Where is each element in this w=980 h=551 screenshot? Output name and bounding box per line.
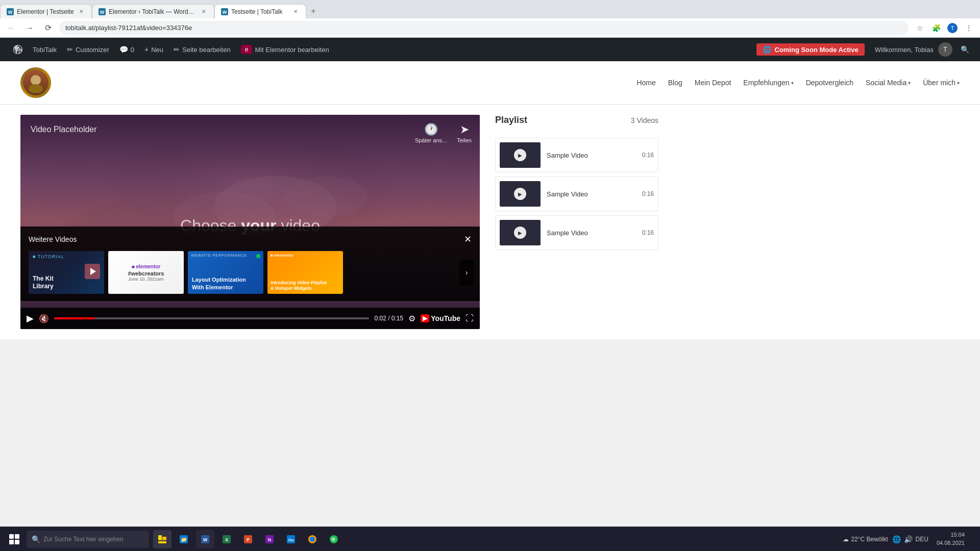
tab-1-close[interactable]: ✕ [77, 8, 85, 16]
tab-1[interactable]: W Elementor | Testseite ✕ [0, 4, 92, 18]
sv2-text: ■ elementor #webcreators June 10, 2021am [126, 262, 166, 284]
logo-image [23, 70, 48, 95]
coming-soon-badge[interactable]: 🌐 Coming Soon Mode Active [756, 43, 864, 56]
suggested-video-4[interactable]: ■ elementor Introducing Video Playlist& … [267, 251, 343, 294]
wp-new[interactable]: + Neu [139, 38, 168, 61]
wp-elementor-edit[interactable]: e Mit Elementor bearbeiten [236, 38, 334, 61]
show-desktop-button[interactable] [973, 529, 976, 549]
wp-logo-item[interactable] [8, 38, 28, 61]
playlist-title-1: Sample Video [547, 152, 588, 159]
nav-ueber-mich[interactable]: Über mich ▾ [923, 77, 960, 89]
site-logo[interactable] [20, 67, 51, 98]
sv1-title: The KitLibrary [33, 275, 54, 291]
new-tab-button[interactable]: + [306, 4, 321, 18]
taskbar-explorer-icon[interactable]: 📁 [175, 530, 193, 548]
wp-admin-bar: TobiTalk ✏ Customizer 💬 0 + Neu ✏ Seite … [0, 38, 980, 61]
fullscreen-button[interactable]: ⛶ [465, 314, 474, 323]
svg-rect-21 [158, 535, 162, 540]
playlist-play-1: ▶ [514, 149, 526, 161]
suggested-close-button[interactable]: ✕ [464, 234, 472, 245]
watch-later-icon: 🕐 [424, 123, 438, 136]
play-button[interactable]: ▶ [27, 313, 34, 324]
nav-empfehlungen[interactable]: Empfehlungen ▾ [743, 77, 793, 89]
tab-3[interactable]: W Testseite | TobiTalk ✕ [214, 4, 306, 18]
svg-text:X: X [225, 537, 228, 542]
elementor-icon: e [241, 45, 253, 54]
share-label: Teilen [457, 137, 472, 143]
clock-date: 04.08.2021 [937, 539, 965, 547]
sv3-live-badge [256, 254, 260, 258]
taskbar-firefox-icon[interactable] [303, 530, 322, 548]
tab-1-favicon: W [7, 8, 14, 15]
back-button[interactable]: ← [4, 21, 18, 35]
wp-search-button[interactable]: 🔍 [958, 42, 972, 57]
taskbar-word-icon[interactable]: W [196, 530, 214, 548]
settings-icon[interactable]: ⋮ [962, 21, 976, 35]
playlist-item-2[interactable]: ▶ Sample Video 0:16 [495, 177, 658, 211]
taskbar-search-bar[interactable]: 🔍 Zur Suche Text hier eingeben [27, 531, 149, 548]
refresh-button[interactable]: ⟳ [41, 21, 55, 35]
nav-blog[interactable]: Blog [668, 77, 682, 89]
taskbar-pinned-apps: 📁 W X P N Ou [153, 530, 343, 548]
playlist-item-1[interactable]: ▶ Sample Video 0:16 [495, 138, 658, 172]
mute-button[interactable]: 🔇 [39, 314, 49, 323]
empfehlungen-dropdown-arrow: ▾ [791, 80, 794, 86]
wp-edit-page[interactable]: ✏ Seite bearbeiten [168, 38, 236, 61]
taskbar-onenote-icon[interactable]: N [260, 530, 279, 548]
coming-soon-text: Coming Soon Mode Active [774, 46, 858, 54]
profile-icon[interactable]: T [945, 21, 960, 35]
tab-2[interactable]: W Elementor ‹ TobiTalk — WordPre... ✕ [92, 4, 214, 18]
volume-icon[interactable]: 🔊 [904, 535, 913, 543]
wp-site-name[interactable]: TobiTalk [28, 38, 62, 61]
nav-home[interactable]: Home [636, 77, 655, 89]
taskbar-files-icon[interactable] [153, 530, 172, 548]
share-button[interactable]: ➤ Teilen [457, 123, 472, 143]
svg-text:📁: 📁 [181, 536, 187, 543]
taskbar-excel-icon[interactable]: X [217, 530, 236, 548]
playlist-item-3[interactable]: ▶ Sample Video 0:16 [495, 215, 658, 250]
taskbar-powerpoint-icon[interactable]: P [239, 530, 257, 548]
video-player[interactable]: Video Placeholder 🕐 Später ans... ➤ Teil… [20, 115, 480, 329]
taskbar-spotify-icon[interactable] [325, 530, 343, 548]
svg-rect-20 [158, 541, 166, 543]
taskbar-clock[interactable]: 15:04 04.08.2021 [933, 531, 969, 547]
nav-social-media[interactable]: Social Media ▾ [866, 77, 911, 89]
time-display: 0:02 / 0:15 [374, 315, 403, 322]
wp-comments[interactable]: 💬 0 [114, 38, 139, 61]
taskbar-outlook-icon[interactable]: Ou [282, 530, 300, 548]
nav-depot[interactable]: Mein Depot [695, 77, 731, 89]
tab-3-title: Testseite | TobiTalk [231, 8, 288, 15]
forward-button[interactable]: → [22, 21, 37, 35]
watch-later-button[interactable]: 🕐 Später ans... [415, 123, 447, 143]
youtube-label: YouTube [431, 314, 460, 322]
address-bar: ← → ⟳ tobitalk.at/playlist-79121af&video… [0, 18, 980, 38]
suggested-video-3[interactable]: WEBSITE PERFORMANCE Layout OptimizationW… [188, 251, 263, 294]
tab-3-close[interactable]: ✕ [291, 8, 300, 16]
suggested-video-2[interactable]: ■ elementor #webcreators June 10, 2021am [108, 251, 184, 294]
settings-button[interactable]: ⚙ [408, 314, 415, 323]
nav-depotvergleich[interactable]: Depotvergleich [806, 77, 853, 89]
suggested-next-button[interactable]: › [459, 260, 474, 285]
url-input[interactable]: tobitalk.at/playlist-79121af&video=33437… [59, 21, 909, 35]
share-icon: ➤ [460, 123, 469, 136]
svg-text:W: W [223, 10, 227, 15]
welcome-message[interactable]: Willkommen, Tobias T [870, 42, 958, 57]
wp-customizer[interactable]: ✏ Customizer [62, 38, 114, 61]
extension-icon[interactable]: 🧩 [929, 21, 943, 35]
ueber-mich-dropdown-arrow: ▾ [957, 80, 960, 86]
tab-2-close[interactable]: ✕ [200, 8, 208, 16]
suggested-video-1[interactable]: ■ TUTORIAL The KitLibrary [29, 251, 104, 294]
star-icon[interactable]: ☆ [913, 21, 927, 35]
start-button[interactable] [4, 529, 24, 549]
progress-bar[interactable] [54, 317, 369, 319]
nav-empfehlungen-label: Empfehlungen [743, 79, 789, 87]
suggested-title-bar: Weitere Videos ✕ [29, 234, 472, 245]
taskbar-weather-widget[interactable]: ☁ 22°C Bewölkt [843, 536, 888, 543]
svg-rect-16 [9, 534, 14, 539]
progress-fill [54, 317, 95, 319]
comments-count: 0 [131, 46, 134, 54]
tab-2-favicon: W [99, 8, 106, 15]
network-icon[interactable]: 🌐 [892, 535, 901, 543]
suggested-videos-overlay: Weitere Videos ✕ ■ TUTORIAL The KitLibra… [20, 227, 480, 301]
nav-ueber-mich-label: Über mich [923, 79, 955, 87]
